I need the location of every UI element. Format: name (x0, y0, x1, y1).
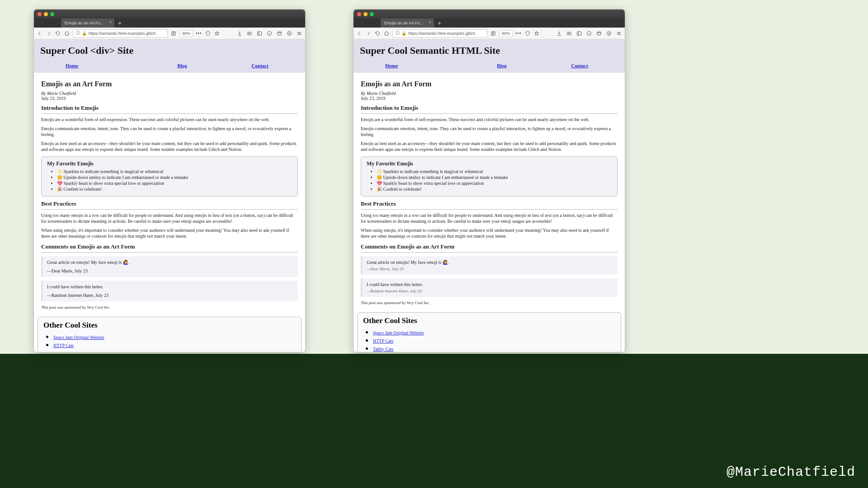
tab-strip: Emojis an an Art Form | Super Cool × + (34, 19, 305, 28)
window-icon[interactable] (276, 30, 283, 37)
nav-home[interactable]: Home (385, 63, 398, 68)
site-header: Super Cool <div> Site Home Blog Contact (34, 39, 305, 73)
comment: I could have written this better. —Rando… (361, 278, 618, 297)
nav-contact[interactable]: Contact (251, 63, 268, 68)
star-icon[interactable] (533, 30, 540, 37)
svg-rect-7 (577, 32, 581, 35)
sync-icon[interactable] (606, 30, 612, 37)
list-item: Space Jam Original Website (53, 333, 296, 341)
favorites-title: My Favorite Emojis (367, 160, 612, 167)
meatballs-icon[interactable]: ••• (515, 31, 522, 36)
intro-p2: Emojis communicate emotion, intent, tone… (41, 126, 298, 138)
info2-icon[interactable] (266, 30, 273, 37)
favorites-aside: My Favorite Emojis ✨ Sparkles to indicat… (361, 156, 618, 197)
window-close-icon[interactable] (38, 12, 42, 16)
reader-icon[interactable] (170, 30, 177, 37)
window-icon[interactable] (596, 30, 602, 37)
library-icon[interactable] (246, 30, 253, 37)
new-tab-button[interactable]: + (114, 19, 125, 28)
nav-home[interactable]: Home (66, 63, 78, 68)
back-icon[interactable] (356, 30, 363, 37)
intro-p1: Emojis are a wonderful form of self-expr… (361, 117, 618, 123)
info2-icon[interactable] (586, 30, 592, 37)
comment-body: Great article on emojis! My fave emoji i… (367, 260, 613, 265)
browser-tab[interactable]: Emojis an an Art Form | Super Cool × (61, 19, 114, 28)
list-item: ✨ Sparkles to indicate something is magi… (377, 169, 612, 174)
window-close-icon[interactable] (357, 12, 361, 16)
window-titlebar (34, 9, 305, 19)
sync-icon[interactable] (286, 30, 292, 37)
url-toolbar: ⓘ 🔒 https://semantic-html-examples.glitc… (34, 28, 305, 39)
related-link[interactable]: Tabby Cats (373, 347, 393, 352)
menu-icon[interactable] (296, 30, 302, 37)
heading-best: Best Practices (41, 200, 298, 210)
related-link[interactable]: Tabby Cats (53, 351, 74, 352)
meatballs-icon[interactable]: ••• (196, 31, 202, 36)
back-icon[interactable] (37, 30, 43, 37)
comment: Great article on emojis! My fave emoji i… (361, 256, 618, 275)
favorites-aside: My Favorite Emojis ✨ Sparkles to indicat… (41, 156, 298, 197)
address-bar[interactable]: ⓘ 🔒 https://semantic-html-examples.glitc… (392, 29, 487, 38)
address-bar[interactable]: ⓘ 🔒 https://semantic-html-examples.glitc… (73, 29, 168, 38)
window-zoom-icon[interactable] (370, 12, 374, 16)
related-link[interactable]: HTTP Cats (373, 338, 393, 343)
home-icon[interactable] (64, 30, 70, 37)
list-item: Tabby Cats (53, 349, 296, 352)
related-link[interactable]: Space Jam Original Website (53, 335, 104, 340)
forward-icon[interactable] (46, 30, 52, 37)
zoom-indicator[interactable]: 90% (179, 30, 193, 37)
site-header: Super Cool Semantic HTML Site Home Blog … (354, 39, 625, 73)
comment-attribution: —Random Internet Hater, July 23 (367, 289, 613, 293)
page-viewport: Super Cool <div> Site Home Blog Contact … (34, 39, 305, 352)
menu-icon[interactable] (616, 30, 622, 37)
related-sites: Other Cool Sites Space Jam Original Webs… (38, 317, 302, 352)
window-zoom-icon[interactable] (50, 12, 54, 16)
related-link[interactable]: HTTP Cats (53, 343, 74, 348)
reload-icon[interactable] (374, 30, 381, 37)
forward-icon[interactable] (365, 30, 372, 37)
sidebar-icon[interactable] (576, 30, 582, 37)
reader-icon[interactable] (490, 30, 496, 37)
svg-rect-1 (258, 32, 262, 35)
list-item: 🙃 Upside-down smiley to indicate I am em… (377, 175, 612, 180)
sidebar-icon[interactable] (256, 30, 263, 37)
download-icon[interactable] (236, 30, 243, 37)
article-byline: By Marie Chatfield (41, 91, 298, 96)
url-text: https://semantic-html-examples.glitch. (89, 31, 157, 36)
library-icon[interactable] (566, 30, 572, 37)
best-p2: When using emojis, it's important to con… (41, 227, 298, 239)
site-title: Super Cool <div> Site (40, 45, 299, 56)
shield-icon[interactable] (524, 30, 531, 37)
best-p1: Using too many emojis in a row can be di… (41, 212, 298, 225)
star-icon[interactable] (214, 30, 220, 37)
list-item: Space Jam Original Website (373, 328, 615, 336)
list-item: HTTP Cats (53, 341, 296, 349)
nav-blog[interactable]: Blog (177, 63, 187, 68)
close-icon[interactable]: × (109, 20, 112, 25)
article-date: July 23, 2019 (361, 96, 618, 101)
close-icon[interactable]: × (429, 20, 431, 25)
list-item: HTTP Cats (373, 336, 615, 344)
svg-point-4 (288, 31, 292, 35)
svg-rect-9 (597, 32, 601, 35)
download-icon[interactable] (556, 30, 562, 37)
zoom-indicator[interactable]: 90% (499, 30, 513, 37)
browser-tab[interactable]: Emojis an an Art Form | Super Cool × (381, 19, 434, 28)
favorites-title: My Favorite Emojis (47, 160, 292, 167)
intro-p3: Emojis as best used as an accessory—they… (361, 141, 618, 153)
list-item: 💖 Sparkly heart to show extra special lo… (57, 181, 292, 186)
heading-comments: Comments on Emojis as an Art Form (41, 243, 298, 253)
shield-icon[interactable] (205, 30, 211, 37)
svg-point-11 (609, 33, 610, 34)
window-minimize-icon[interactable] (363, 12, 368, 16)
window-minimize-icon[interactable] (44, 12, 48, 16)
new-tab-button[interactable]: + (434, 19, 445, 28)
home-icon[interactable] (383, 30, 390, 37)
related-link[interactable]: Space Jam Original Website (373, 330, 424, 335)
nav-blog[interactable]: Blog (497, 63, 506, 68)
intro-p2: Emojis communicate emotion, intent, tone… (361, 126, 618, 138)
comment: Great article on emojis! My fave emoji i… (41, 256, 298, 277)
intro-p1: Emojis are a wonderful form of self-expr… (41, 117, 298, 123)
nav-contact[interactable]: Contact (571, 63, 588, 68)
reload-icon[interactable] (55, 30, 61, 37)
